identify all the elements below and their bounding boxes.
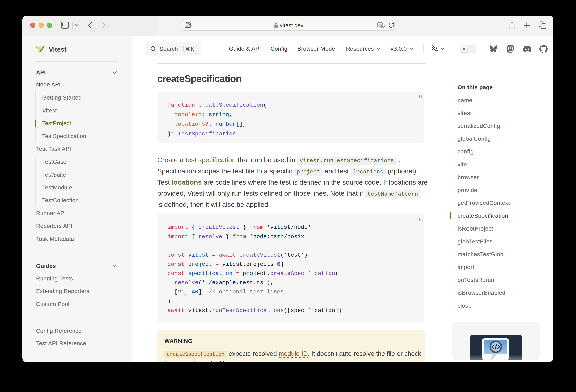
svg-text:A: A [379,23,381,27]
